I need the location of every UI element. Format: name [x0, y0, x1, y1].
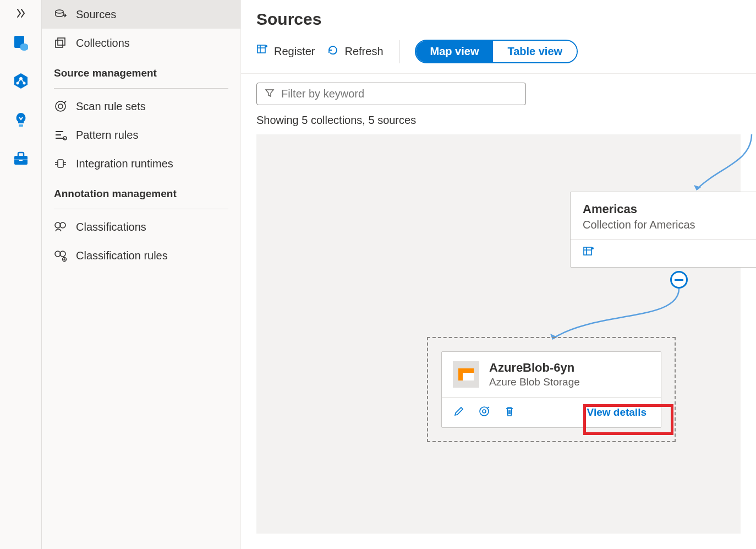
filter-icon — [265, 88, 275, 100]
sidebar: Sources Collections Source management Sc… — [42, 0, 241, 549]
pattern-icon — [54, 128, 67, 142]
sidebar-section-title: Annotation management — [42, 178, 240, 203]
runtime-icon — [54, 157, 67, 170]
svg-point-16 — [58, 104, 63, 108]
map-canvas[interactable]: Americas Collection for Americas — [256, 134, 741, 534]
catalog-icon — [12, 34, 30, 51]
sidebar-item-label: Classifications — [76, 221, 146, 233]
svg-rect-24 — [258, 45, 265, 53]
collections-icon — [54, 36, 67, 50]
divider — [54, 209, 228, 209]
collection-card[interactable]: Americas Collection for Americas — [570, 192, 756, 268]
sidebar-item-pattern-rules[interactable]: Pattern rules — [42, 121, 240, 149]
collapse-node-button[interactable] — [670, 271, 688, 289]
svg-point-3 — [20, 46, 28, 51]
svg-rect-8 — [19, 124, 23, 127]
filter-box[interactable] — [256, 83, 526, 105]
sidebar-section-title: Source management — [42, 57, 240, 83]
sidebar-item-label: Scan rule sets — [76, 100, 146, 113]
connector-line — [653, 134, 756, 195]
sidebar-item-label: Pattern rules — [76, 129, 138, 142]
sidebar-item-classifications[interactable]: Classifications — [42, 213, 240, 241]
register-button[interactable]: Register — [256, 44, 315, 59]
sources-icon — [54, 8, 67, 21]
toolbar-separator — [399, 40, 399, 63]
svg-point-28 — [480, 407, 489, 416]
toolbox-icon — [12, 149, 30, 167]
svg-rect-13 — [56, 40, 63, 47]
page-title: Sources — [256, 10, 741, 29]
sidebar-item-classification-rules[interactable]: Classification rules — [42, 241, 240, 270]
delete-icon[interactable] — [503, 405, 516, 420]
sidebar-item-scan-rule-sets[interactable]: Scan rule sets — [42, 92, 240, 121]
main-content: Sources Register Refresh Map view Table … — [241, 0, 756, 549]
register-icon[interactable] — [583, 251, 595, 260]
view-details-link[interactable]: View details — [584, 404, 650, 421]
svg-rect-26 — [584, 247, 591, 255]
classification-rules-icon — [54, 249, 67, 262]
rail-insights[interactable] — [0, 100, 42, 139]
table-view-button[interactable]: Table view — [493, 41, 577, 62]
divider — [54, 88, 228, 89]
icon-rail — [0, 0, 42, 549]
classifications-icon — [54, 220, 67, 233]
source-subtitle: Azure Blob Storage — [489, 376, 580, 388]
status-text: Showing 5 collections, 5 sources — [241, 111, 756, 134]
sidebar-item-label: Classification rules — [76, 249, 168, 262]
sidebar-item-label: Integration runtimes — [76, 157, 173, 170]
edit-icon[interactable] — [453, 405, 465, 420]
source-title: AzureBlob-6yn — [489, 361, 580, 375]
svg-point-29 — [483, 410, 486, 413]
lightbulb-icon — [12, 111, 30, 128]
svg-rect-11 — [19, 160, 23, 161]
sidebar-item-label: Collections — [76, 37, 130, 50]
collection-subtitle: Collection for Americas — [583, 219, 750, 231]
source-card[interactable]: AzureBlob-6yn Azure Blob Storage View de… — [441, 351, 661, 428]
svg-marker-4 — [14, 73, 28, 89]
source-group: AzureBlob-6yn Azure Blob Storage View de… — [427, 337, 676, 442]
filter-input[interactable] — [281, 88, 518, 100]
chevron-right-double-icon — [15, 8, 26, 19]
map-view-button[interactable]: Map view — [416, 41, 494, 62]
data-map-icon — [12, 72, 30, 90]
rail-management[interactable] — [0, 139, 42, 177]
target-icon — [54, 100, 67, 113]
rail-data-catalog[interactable] — [0, 23, 42, 62]
register-icon — [256, 44, 269, 59]
svg-rect-14 — [58, 38, 65, 45]
sidebar-item-label: Sources — [76, 8, 116, 21]
sidebar-item-sources[interactable]: Sources — [42, 0, 240, 29]
svg-point-25 — [265, 45, 267, 47]
connector-line — [521, 283, 697, 344]
svg-rect-18 — [58, 160, 63, 167]
view-toggle: Map view Table view — [415, 40, 578, 63]
refresh-button[interactable]: Refresh — [327, 44, 383, 59]
collection-title: Americas — [583, 202, 750, 216]
svg-point-27 — [591, 247, 594, 249]
sidebar-item-collections[interactable]: Collections — [42, 29, 240, 57]
blob-storage-icon — [453, 361, 479, 388]
svg-point-12 — [56, 10, 63, 13]
sidebar-item-integration-runtimes[interactable]: Integration runtimes — [42, 149, 240, 178]
toolbar: Register Refresh Map view Table view — [241, 29, 756, 74]
register-label: Register — [274, 45, 315, 58]
refresh-label: Refresh — [344, 45, 383, 58]
scan-icon[interactable] — [478, 405, 490, 420]
expand-rail-button[interactable] — [0, 3, 41, 23]
refresh-icon — [327, 44, 339, 59]
rail-data-map[interactable] — [0, 62, 42, 100]
